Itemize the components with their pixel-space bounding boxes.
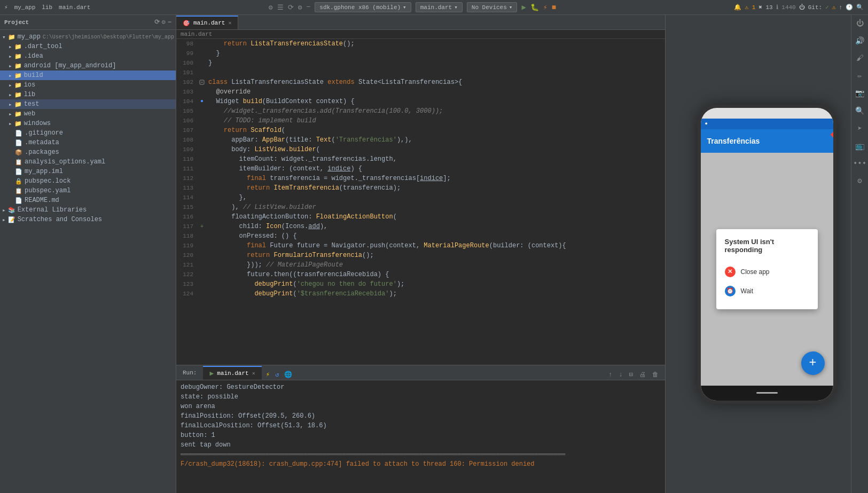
gear-tree-icon[interactable]: ⚙ xyxy=(162,18,166,26)
folder-icon: 📁 xyxy=(14,43,22,50)
tab-main-dart-console[interactable]: ▶ main.dart ✕ xyxy=(203,366,261,380)
search-icon[interactable]: 🔍 xyxy=(856,4,864,11)
sidebar-item-pubspec-yaml[interactable]: 📋 pubspec.yaml xyxy=(0,186,176,195)
expand-icon: ▸ xyxy=(2,207,6,214)
close-app-button[interactable]: ✕ Close app xyxy=(725,262,809,281)
sidebar-item-pubspec-lock[interactable]: 🔒 pubspec.lock xyxy=(0,176,176,186)
device-selector[interactable]: sdk.gphone x86 (mobile) ▾ xyxy=(315,2,411,12)
edit-icon[interactable]: ✏ xyxy=(857,71,862,80)
wait-button[interactable]: ⏰ Wait xyxy=(725,281,809,301)
code-editor[interactable]: 98 return ListaTransferenciasState(); 99… xyxy=(176,39,665,365)
line-gutter xyxy=(198,154,206,164)
sidebar-item-build[interactable]: ▸ 📁 build xyxy=(0,71,176,80)
up-arrow-icon[interactable]: ↑ xyxy=(606,370,614,380)
sidebar-item-gitignore[interactable]: 📄 .gitignore xyxy=(0,128,176,138)
line-num: 106 xyxy=(176,116,198,126)
minus-icon[interactable]: − xyxy=(306,3,310,11)
tree-root[interactable]: ▾ 📁 my_app C:\Users\jheimison\Desktop\Fl… xyxy=(0,32,176,42)
collapse-gutter-icon[interactable] xyxy=(199,80,205,85)
sidebar-item-lib[interactable]: ▸ 📁 lib xyxy=(0,90,176,99)
folder-icon: 📁 xyxy=(14,82,22,89)
code-line-106: 106 // TODO: implement build xyxy=(176,116,665,126)
line-content: return ItemTransferencia(transferencia); xyxy=(206,183,665,193)
clear-icon[interactable]: 🗑 xyxy=(650,370,661,380)
down-arrow-icon[interactable]: ↓ xyxy=(617,370,625,380)
menu-lib[interactable]: lib xyxy=(42,4,52,11)
phone-status-bar: ● xyxy=(701,119,833,129)
send-icon[interactable]: ➤ xyxy=(857,124,862,133)
volume-icon[interactable]: 🔊 xyxy=(855,36,864,45)
line-content: return ListaTransferenciasState(); xyxy=(206,39,665,49)
sidebar-item-readme[interactable]: 📄 README.md xyxy=(0,195,176,205)
console-line: button: 1 xyxy=(181,431,661,440)
sidebar-item-packages[interactable]: 📦 .packages xyxy=(0,147,176,157)
dart-file-icon: 🎯 xyxy=(183,20,190,27)
collapse-icon: ▾ xyxy=(2,34,6,41)
menu-file-tab[interactable]: main.dart xyxy=(59,4,90,11)
line-gutter: ● xyxy=(198,97,206,106)
settings-right-icon[interactable]: ⚙ xyxy=(857,176,862,185)
tab-main-dart[interactable]: 🎯 main.dart ✕ xyxy=(176,15,238,29)
reload-icon[interactable]: ↺ xyxy=(273,370,281,380)
sidebar-item-windows[interactable]: ▸ 📁 windows xyxy=(0,119,176,128)
line-content: itemBuilder: (context, indice) { xyxy=(206,164,665,174)
bottom-panel: Run: ▶ main.dart ✕ ⚡ ↺ 🌐 ↑ ↓ ⊟ 🖨 � xyxy=(176,365,665,493)
chevron-icon: ▾ xyxy=(403,4,406,11)
sidebar-item-my-app-iml[interactable]: 📄 my_app.iml xyxy=(0,167,176,176)
sidebar-item-idea[interactable]: ▸ 📁 .idea xyxy=(0,51,176,61)
config-icon[interactable]: ⚙ xyxy=(298,3,302,12)
sidebar-item-scratches[interactable]: ▸ 📝 Scratches and Consoles xyxy=(0,215,176,224)
breakpoint-icon[interactable]: ● xyxy=(200,97,204,106)
device-label: sdk.gphone x86 (mobile) xyxy=(319,4,401,11)
warn-count: ⚠ 1 xyxy=(745,4,755,11)
sidebar-item-analysis[interactable]: 📋 analysis_options.yaml xyxy=(0,157,176,167)
code-line-107: 107 return Scaffold( xyxy=(176,126,665,135)
collapse-tree-icon[interactable]: − xyxy=(168,19,171,26)
add-icon-gutter[interactable]: + xyxy=(200,222,204,231)
list-icon[interactable]: ☰ xyxy=(277,3,284,12)
sidebar-item-android[interactable]: ▸ 📁 android [my_app_android] xyxy=(0,61,176,71)
filter-icon[interactable]: ⊟ xyxy=(627,370,635,380)
line-gutter xyxy=(198,126,206,135)
debug-button[interactable]: 🐛 xyxy=(530,3,539,12)
stop-button[interactable]: ■ xyxy=(552,3,556,12)
line-gutter xyxy=(198,289,206,299)
tab-close-button[interactable]: ✕ xyxy=(228,20,231,26)
power-right-icon[interactable]: ⏻ xyxy=(856,19,864,28)
run-config-selector[interactable]: main.dart ▾ xyxy=(416,2,463,12)
line-gutter xyxy=(198,58,206,68)
line-gutter xyxy=(198,231,206,241)
settings-icon[interactable]: ⚙ xyxy=(269,3,273,12)
line-content: appBar: AppBar(title: Text('Transferênci… xyxy=(206,135,665,145)
code-line-113: 113 return ItemTransferencia(transferenc… xyxy=(176,183,665,193)
editor-area: 🎯 main.dart ✕ main.dart 98 return ListaT… xyxy=(176,15,665,365)
line-content: body: ListView.builder( xyxy=(206,145,665,154)
camera-icon[interactable]: 📷 xyxy=(855,89,864,98)
tab-close-button[interactable]: ✕ xyxy=(252,370,255,377)
console-right-actions: ↑ ↓ ⊟ 🖨 🗑 xyxy=(606,370,665,380)
globe-icon[interactable]: 🌐 xyxy=(282,370,294,380)
sidebar-item-dart-tool[interactable]: ▸ 📁 .dart_tool xyxy=(0,42,176,51)
sidebar-item-web[interactable]: ▸ 📁 web xyxy=(0,109,176,119)
folder-icon: 📁 xyxy=(14,72,22,79)
code-line-108: 108 appBar: AppBar(title: Text('Transfer… xyxy=(176,135,665,145)
print-icon[interactable]: 🖨 xyxy=(637,370,648,380)
sync-tree-icon[interactable]: ⟳ xyxy=(154,18,160,26)
code-line-110: 110 itemCount: widget._transferencias.le… xyxy=(176,154,665,164)
menu-file[interactable]: my_app xyxy=(14,4,36,11)
sidebar-item-test[interactable]: ▸ 📁 test xyxy=(0,99,176,109)
sidebar-item-external-libs[interactable]: ▸ 📚 External Libraries xyxy=(0,205,176,215)
profile-button[interactable]: ⚡ xyxy=(543,3,548,12)
sync-icon[interactable]: ⟳ xyxy=(288,3,294,12)
expand-icon: ▸ xyxy=(9,101,12,108)
dots-icon[interactable]: ••• xyxy=(853,159,866,168)
screen-icon[interactable]: 📺 xyxy=(855,142,864,151)
sidebar-item-metadata[interactable]: 📄 .metadata xyxy=(0,138,176,147)
run-button[interactable]: ▶ xyxy=(521,3,526,12)
search-right-icon[interactable]: 🔍 xyxy=(855,106,864,115)
lightning-icon[interactable]: ⚡ xyxy=(264,370,272,380)
sidebar-item-ios[interactable]: ▸ 📁 ios xyxy=(0,80,176,90)
no-devices-selector[interactable]: No Devices ▾ xyxy=(467,2,518,12)
brush-icon[interactable]: 🖌 xyxy=(856,54,864,62)
fab-button[interactable]: + xyxy=(801,351,825,375)
